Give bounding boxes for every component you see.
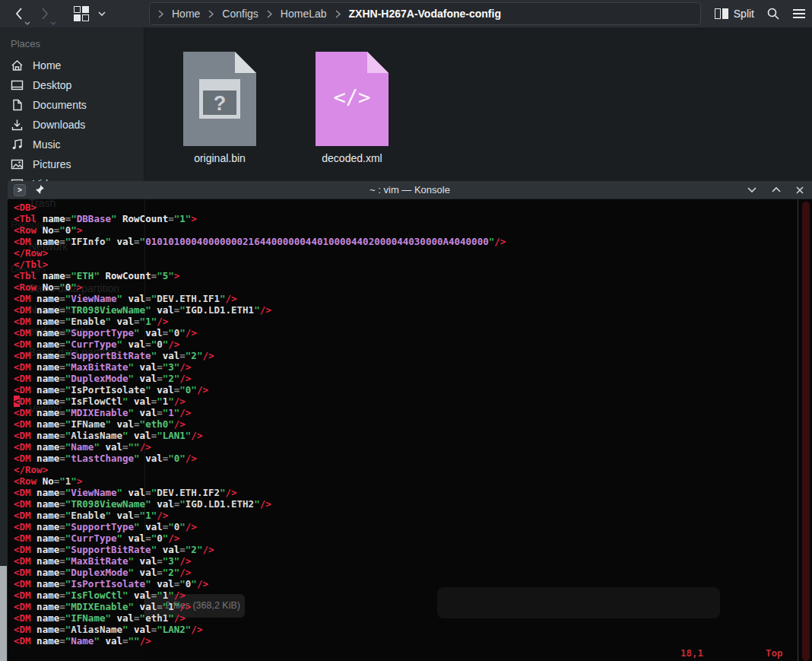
music-icon xyxy=(11,138,24,151)
pin-icon[interactable] xyxy=(33,184,45,195)
sidebar-item-label: Pictures xyxy=(33,158,71,170)
sidebar-item-downloads[interactable]: Downloads xyxy=(0,115,144,135)
terminal-line: <Row No="0"> xyxy=(14,281,812,293)
nav-buttons xyxy=(0,3,106,24)
home-icon xyxy=(11,59,24,72)
grid-view-icon xyxy=(74,6,89,21)
breadcrumb-item-home[interactable]: Home xyxy=(172,8,200,20)
terminal-line: <DM name="Enable" val="1"/> xyxy=(14,510,812,521)
window-title: ~ : vim — Konsole xyxy=(8,184,812,195)
breadcrumb-chevron-icon xyxy=(157,9,164,19)
breadcrumb-chevron-icon xyxy=(335,9,341,19)
terminal-line: <DM name="ViewName" val="DEV.ETH.IF2"/> xyxy=(14,487,812,498)
terminal[interactable]: Trash Remote Network Devices Basic data … xyxy=(8,199,812,661)
terminal-line: <DM name="IsFlowCtl" val="1"/> xyxy=(14,396,812,407)
konsole-app-icon: > xyxy=(14,184,26,196)
file-name: original.bin xyxy=(163,152,276,164)
terminal-line: <DM name="SupportBitRate" val="2"/> xyxy=(14,350,812,361)
terminal-line: <DM name="Name" val=""/> xyxy=(14,441,812,453)
terminal-line: <DB> xyxy=(14,202,812,213)
icons-view-button[interactable] xyxy=(70,3,93,24)
terminal-line: </Tbl> xyxy=(14,259,812,270)
back-dropdown-icon[interactable] xyxy=(24,21,30,25)
maximize-icon[interactable] xyxy=(771,186,782,193)
vim-buffer: <DB><Tbl name="DBBase" RowCount="1"><Row… xyxy=(8,199,812,647)
split-button[interactable]: Split xyxy=(715,8,754,20)
breadcrumb-item-homelab[interactable]: HomeLab xyxy=(281,8,327,20)
terminal-line: </Row> xyxy=(14,464,812,475)
terminal-line: <DM name="TR098ViewName" val="IGD.LD1.ET… xyxy=(14,304,812,316)
terminal-line: <Tbl name="ETH" RowCount="5"> xyxy=(14,270,812,281)
terminal-line: <Row No="1"> xyxy=(14,475,812,487)
terminal-line: <DM name="ViewName" val="DEV.ETH.IF1"/> xyxy=(14,293,812,304)
file-decoded-xml[interactable]: </> decoded.xml xyxy=(296,52,408,164)
desktop-icon xyxy=(11,79,24,91)
binary-file-icon: ? xyxy=(183,52,256,146)
terminal-line: <DM name="Enable" val="1"/> xyxy=(14,316,812,327)
forward-dropdown-icon[interactable] xyxy=(50,21,56,25)
close-icon[interactable] xyxy=(795,186,804,195)
dolphin-scrollbar-sliver[interactable] xyxy=(0,566,7,661)
terminal-line: <Tbl name="DBBase" RowCount="1"> xyxy=(14,213,812,224)
documents-icon xyxy=(11,99,24,111)
forward-button[interactable] xyxy=(33,3,56,24)
back-button[interactable] xyxy=(8,3,30,24)
hamburger-menu-icon[interactable] xyxy=(792,8,806,19)
vim-ruler: 18,1 Top xyxy=(8,647,812,659)
terminal-line: <DM name="MDIXEnable" val="1"/> xyxy=(14,601,812,612)
breadcrumb-chevron-icon xyxy=(208,9,214,19)
view-dropdown-icon[interactable] xyxy=(97,11,106,17)
terminal-line: <Row No="0"> xyxy=(14,224,812,236)
terminal-line: <DM name="MDIXEnable" val="1"/> xyxy=(14,407,812,418)
terminal-line: <DM name="IsPortIsolate" val="0"/> xyxy=(14,578,812,589)
terminal-line: <DM name="Name" val=""/> xyxy=(14,635,812,647)
breadcrumb-item-zxhn-h267a-vodafone-config[interactable]: ZXHN-H267A-Vodafone-config xyxy=(349,8,501,20)
breadcrumb-chevron-icon xyxy=(266,9,273,19)
scroll-indicator: Top xyxy=(766,647,783,659)
terminal-line: </Row> xyxy=(14,247,812,259)
konsole-titlebar[interactable]: ~ : vim — Konsole > xyxy=(8,181,812,199)
sidebar-item-label: Music xyxy=(33,138,61,151)
terminal-line: <DM name="IFName" val="eth1"/> xyxy=(14,612,812,624)
terminal-line: <DM name="IFName" val="eth0"/> xyxy=(14,418,812,430)
sidebar-item-label: Desktop xyxy=(33,79,71,91)
breadcrumb[interactable]: HomeConfigsHomeLabZXHN-H267A-Vodafone-co… xyxy=(149,2,701,25)
terminal-line: <DM name="MaxBitRate" val="3"/> xyxy=(14,361,812,373)
sidebar-item-pictures[interactable]: Pictures xyxy=(0,154,144,174)
downloads-icon xyxy=(11,119,24,131)
terminal-line: <DM name="SupportBitRate" val="2"/> xyxy=(14,544,812,555)
terminal-line: <DM name="SupportType" val="0"/> xyxy=(14,327,812,338)
konsole-window: ~ : vim — Konsole > Trash Remote Network… xyxy=(8,181,812,661)
terminal-line: <DM name="SupportType" val="0"/> xyxy=(14,521,812,532)
sidebar-item-documents[interactable]: Documents xyxy=(0,95,144,115)
pictures-icon xyxy=(11,158,24,170)
dolphin-toolbar: HomeConfigsHomeLabZXHN-H267A-Vodafone-co… xyxy=(0,0,812,27)
terminal-scrollbar[interactable] xyxy=(802,202,810,661)
cursor-position: 18,1 xyxy=(680,647,703,659)
file-original-bin[interactable]: ? original.bin xyxy=(163,52,276,164)
file-name: decoded.xml xyxy=(296,152,408,164)
terminal-line: <DM name="IsFlowCtl" val="1"/> xyxy=(14,589,812,601)
search-icon[interactable] xyxy=(766,7,780,21)
breadcrumb-item-configs[interactable]: Configs xyxy=(222,8,258,20)
terminal-line: <DM name="DuplexMode" val="2"/> xyxy=(14,567,812,578)
terminal-line: <DM name="IFInfo" val="01010100040000000… xyxy=(14,236,812,247)
terminal-line: <DM name="CurrType" val="0"/> xyxy=(14,338,812,350)
xml-file-icon: </> xyxy=(316,52,389,146)
scrollbar-track-edge xyxy=(798,199,798,661)
sidebar-item-label: Home xyxy=(33,59,61,72)
sidebar-item-label: Documents xyxy=(33,99,87,111)
split-label: Split xyxy=(734,8,754,20)
terminal-line: <DM name="DuplexMode" val="2"/> xyxy=(14,373,812,384)
sidebar-item-music[interactable]: Music xyxy=(0,135,144,154)
sidebar-item-desktop[interactable]: Desktop xyxy=(0,75,144,95)
terminal-line: <DM name="IsPortIsolate" val="0"/> xyxy=(14,384,812,396)
sidebar-item-home[interactable]: Home xyxy=(0,56,144,75)
terminal-line: <DM name="tLastChange" val="0"/> xyxy=(14,453,812,464)
terminal-line: <DM name="MaxBitRate" val="3"/> xyxy=(14,555,812,567)
terminal-line: <DM name="TR098ViewName" val="IGD.LD1.ET… xyxy=(14,498,812,510)
terminal-line: <DM name="CurrType" val="0"/> xyxy=(14,532,812,544)
desktop: HomeConfigsHomeLabZXHN-H267A-Vodafone-co… xyxy=(0,0,812,661)
minimize-icon[interactable] xyxy=(747,186,757,193)
terminal-line: <DM name="AliasName" val="LAN2"/> xyxy=(14,624,812,635)
